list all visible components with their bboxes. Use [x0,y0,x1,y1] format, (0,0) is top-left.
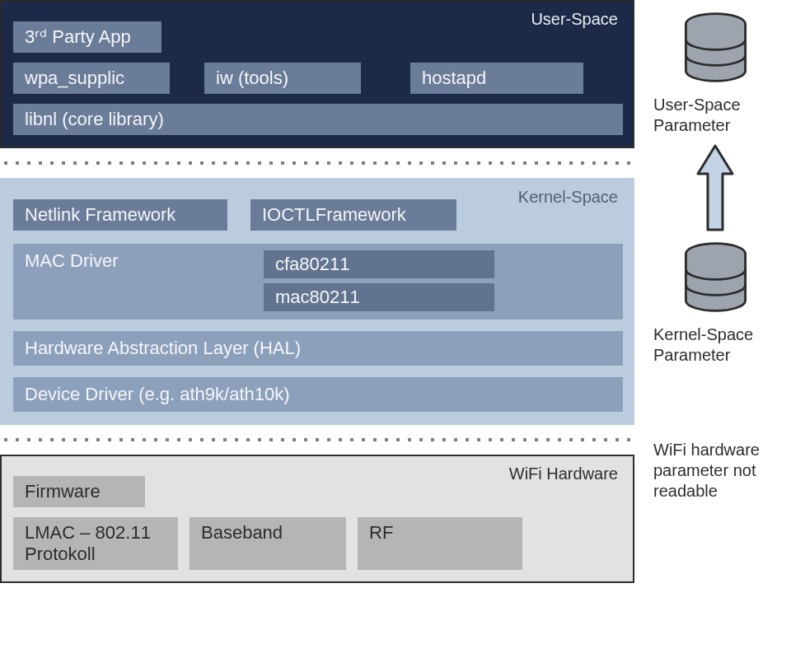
hostapd-box: hostapd [410,63,583,94]
netlink-framework-box: Netlink Framework [13,199,227,231]
lmac-box: LMAC – 802.11 Protokoll [13,517,178,570]
divider-dots [0,436,634,443]
database-icon [676,8,755,86]
hardware-note-label: WiFi hardware parameter not readable [653,440,777,502]
userspace-param-label: User-Space Parameter [653,95,777,136]
firmware-box: Firmware [13,476,145,507]
kernelspace-param-label: Kernel-Space Parameter [653,324,777,366]
baseband-box: Baseband [190,517,346,570]
third-party-app-box: 3ʳᵈ Party App [13,21,161,53]
divider-dots [0,160,634,166]
cfa80211-box: cfa80211 [264,250,494,278]
iw-tools-box: iw (tools) [204,63,361,94]
rf-box: RF [358,517,522,570]
mac-driver-label: MAC Driver [25,250,119,272]
kernelspace-title: Kernel-Space [518,188,618,207]
mac-driver-box: MAC Driver cfa80211 mac80211 [13,244,623,320]
userspace-layer: User-Space 3ʳᵈ Party App wpa_supplic iw … [0,0,634,148]
database-icon [676,238,755,316]
mac80211-box: mac80211 [264,283,494,311]
hardware-title: WiFi Hardware [509,464,618,483]
kernelspace-layer: Kernel-Space Netlink Framework IOCTLFram… [0,178,634,425]
arrow-up-icon [696,142,734,233]
hal-box: Hardware Abstraction Layer (HAL) [13,331,623,366]
device-driver-box: Device Driver (e.g. ath9k/ath10k) [13,377,623,412]
wpa-supplicant-box: wpa_supplic [13,63,170,94]
userspace-title: User-Space [531,10,618,29]
hardware-layer: WiFi Hardware Firmware LMAC – 802.11 Pro… [0,455,634,583]
libnl-box: libnl (core library) [13,104,623,135]
ioctl-framework-box: IOCTLFramework [250,199,456,231]
